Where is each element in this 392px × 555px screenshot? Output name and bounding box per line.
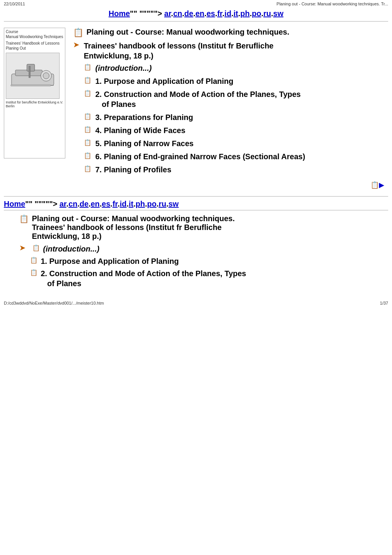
lang-po[interactable]: po <box>252 9 261 18</box>
sidebar-title-line1: Course <box>6 30 63 34</box>
sidebar-label2: Planing Out <box>6 46 63 50</box>
svg-rect-2 <box>27 64 35 71</box>
lang-cn[interactable]: cn <box>173 9 182 18</box>
sidebar-title-line2: Manual Woodworking Techniques <box>6 35 63 39</box>
sidebar-footer: Institut für berufliche Entwicklung e.V.… <box>6 100 63 108</box>
second-main-title-text: Planing out - Course: Manual woodworking… <box>32 214 235 241</box>
list-item-intro: 📋 (introduction...) <box>84 63 388 73</box>
second-list-text-2[interactable]: 2. Construction and Mode of Action of th… <box>41 268 246 288</box>
footer-page: 1/37 <box>380 301 388 305</box>
lang-id-bottom[interactable]: id <box>120 200 127 208</box>
second-list-item-1: 📋 1. Purpose and Application of Planing <box>19 256 388 266</box>
svg-point-5 <box>43 73 49 79</box>
lang-en[interactable]: en <box>195 9 204 18</box>
second-list-text-1[interactable]: 1. Purpose and Application of Planing <box>41 256 179 266</box>
nav-bar-bottom: Home"" """""> ar.cn.de.en.es.fr.id.it.ph… <box>0 197 392 210</box>
second-doc-icon-2: 📋 <box>30 269 38 276</box>
second-title-line2: Trainees' handbook of lessons (Institut … <box>32 223 222 232</box>
lang-de-bottom[interactable]: de <box>80 200 88 208</box>
second-title-line3: Entwicklung, 18 p.) <box>32 232 101 240</box>
arrow-bullet-icon: ➤ <box>73 40 84 49</box>
doc-icon-1: 📋 <box>84 77 92 84</box>
lang-ru-bottom[interactable]: ru <box>159 200 166 208</box>
list-item-text-4[interactable]: 4. Planing of Wide Faces <box>95 125 185 135</box>
lang-it-bottom[interactable]: it <box>129 200 133 208</box>
footer-bar: D:/cd3wddvd/NoExe/Master/dvd001/.../meis… <box>0 298 392 308</box>
lang-es-bottom[interactable]: es <box>102 200 110 208</box>
second-main-title: 📋 Planing out - Course: Manual woodworki… <box>19 214 388 241</box>
lang-it[interactable]: it <box>233 9 238 18</box>
second-arrow-bullet: ➤ <box>19 243 30 252</box>
content-main-title: 📋 Planing out - Course: Manual woodworki… <box>73 28 388 38</box>
main-section: Course Manual Woodworking Techniques Tra… <box>0 22 392 196</box>
second-list: ➤ 📋 (introduction...) 📋 1. Purpose and A… <box>19 244 388 288</box>
lang-en-bottom[interactable]: en <box>91 200 100 208</box>
content-list: 📋 (introduction...) 📋 1. Purpose and App… <box>84 63 388 175</box>
second-list-item-2: 📋 2. Construction and Mode of Action of … <box>19 268 388 288</box>
lang-ar-bottom[interactable]: ar <box>60 200 66 208</box>
bullet-line1: Trainees' handbook of lessons (Institut … <box>84 42 274 50</box>
second-list-item-intro: ➤ 📋 (introduction...) <box>19 244 388 254</box>
sidebar-image <box>6 53 60 99</box>
list-item-3: 📋 3. Preparations for Planing <box>84 112 388 122</box>
sidebar-label1: Trainees' Handbook of Lessons <box>6 41 63 45</box>
lang-ph[interactable]: ph <box>240 9 249 18</box>
svg-rect-7 <box>11 85 51 86</box>
lang-cn-bottom[interactable]: cn <box>68 200 77 208</box>
doc-icon-5: 📋 <box>84 139 92 146</box>
main-bullet-text: Trainees' handbook of lessons (Institut … <box>84 41 274 61</box>
lang-fr[interactable]: fr <box>217 9 222 18</box>
lang-sw[interactable]: sw <box>273 9 284 18</box>
date-label: 22/10/2011 <box>4 2 25 6</box>
nav-bottom-right: 📋▶ <box>73 178 388 192</box>
nav-separators-bottom: "" """""> <box>25 200 60 208</box>
lang-ph-bottom[interactable]: ph <box>136 200 145 208</box>
list-item-text-3[interactable]: 3. Preparations for Planing <box>95 112 193 122</box>
top-bar: 22/10/2011 Planing out - Course: Manual … <box>0 0 392 8</box>
lang-de[interactable]: de <box>184 9 193 18</box>
doc-icon-6: 📋 <box>84 152 92 159</box>
lang-ar[interactable]: ar <box>164 9 171 18</box>
lang-fr-bottom[interactable]: fr <box>113 200 118 208</box>
lang-ru[interactable]: ru <box>263 9 271 18</box>
content-main-title-text: Planing out - Course: Manual woodworking… <box>86 28 289 37</box>
second-doc-icon-1: 📋 <box>30 257 38 264</box>
list-item-2: 📋 2. Construction and Mode of Action of … <box>84 89 388 109</box>
home-link-bottom[interactable]: Home <box>4 200 25 208</box>
footer-path: D:/cd3wddvd/NoExe/Master/dvd001/.../meis… <box>4 301 104 305</box>
page-title-label: Planing out - Course: Manual woodworking… <box>277 2 388 6</box>
second-section: 📋 Planing out - Course: Manual woodworki… <box>0 210 392 295</box>
home-link-top[interactable]: Home <box>109 9 130 18</box>
list-item-text-0[interactable]: (introduction...) <box>95 63 152 73</box>
list-item-text-7[interactable]: 7. Planing of Profiles <box>95 165 171 175</box>
doc-icon-3: 📋 <box>84 113 92 120</box>
list-item-text-5[interactable]: 5. Planing of Narrow Faces <box>95 138 194 148</box>
doc-icon-7: 📋 <box>84 165 92 172</box>
lang-po-bottom[interactable]: po <box>147 200 156 208</box>
list-item-5: 📋 5. Planing of Narrow Faces <box>84 138 388 148</box>
list-item-4: 📋 4. Planing of Wide Faces <box>84 125 388 135</box>
second-title-line1: Planing out - Course: Manual woodworking… <box>32 214 235 223</box>
second-list-text-0[interactable]: (introduction...) <box>43 244 100 254</box>
list-item-text-6[interactable]: 6. Planing of End-grained Narrow Faces (… <box>95 152 305 162</box>
lang-sw-bottom[interactable]: sw <box>168 200 179 208</box>
content-area: 📋 Planing out - Course: Manual woodworki… <box>73 28 388 192</box>
nav-bar-top: Home"" """""> ar.cn.de.en.es.fr.id.it.ph… <box>0 8 392 21</box>
list-item-7: 📋 7. Planing of Profiles <box>84 165 388 175</box>
list-item-6: 📋 6. Planing of End-grained Narrow Faces… <box>84 152 388 162</box>
list-item-text-2[interactable]: 2. Construction and Mode of Action of th… <box>95 89 301 109</box>
doc-icon-2: 📋 <box>84 90 92 97</box>
svg-rect-3 <box>29 66 30 78</box>
book-icon-main: 📋 <box>73 28 83 38</box>
next-page-link[interactable]: 📋▶ <box>370 181 384 189</box>
lang-id[interactable]: id <box>224 9 231 18</box>
sidebar: Course Manual Woodworking Techniques Tra… <box>4 28 65 158</box>
doc-icon-0: 📋 <box>84 63 92 71</box>
nav-separators-top: "" """""> <box>130 9 164 18</box>
book-icon-second: 📋 <box>19 214 29 223</box>
list-item-1: 📋 1. Purpose and Application of Planing <box>84 76 388 86</box>
main-bullet-item: ➤ Trainees' handbook of lessons (Institu… <box>73 41 388 61</box>
doc-icon-4: 📋 <box>84 126 92 133</box>
lang-es[interactable]: es <box>206 9 215 18</box>
list-item-text-1[interactable]: 1. Purpose and Application of Planing <box>95 76 233 86</box>
